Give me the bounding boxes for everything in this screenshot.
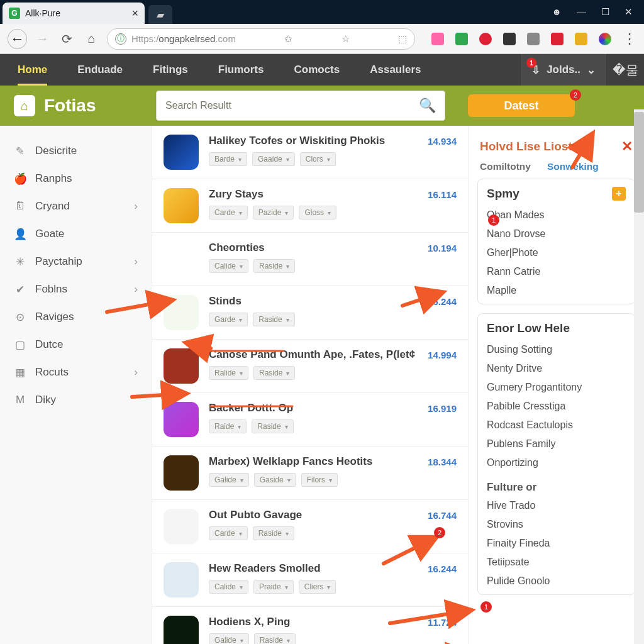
tag-dropdown[interactable]: Raside▾ [254, 633, 296, 644]
tag-dropdown[interactable]: Carde▾ [209, 206, 248, 219]
nav-item[interactable]: Fiumorts [218, 54, 264, 86]
close-tab-icon[interactable]: × [131, 7, 138, 20]
list-item[interactable]: Gher|Phote [487, 243, 626, 262]
ext-avatar-icon[interactable] [599, 33, 611, 45]
ext-icon[interactable] [503, 33, 516, 45]
list-item[interactable]: Gumery Progantitony [487, 378, 626, 397]
tag-dropdown[interactable]: Raside▾ [252, 419, 293, 433]
tag-dropdown[interactable]: Raide▾ [209, 419, 247, 433]
list-item[interactable]: Hive Trado [487, 496, 626, 515]
tag-dropdown[interactable]: Raside▾ [253, 259, 295, 273]
hero-home-icon[interactable]: ⌂ [14, 95, 35, 116]
sidebar-item[interactable]: 🍎Ranphs [0, 165, 152, 192]
list-item[interactable]: Onportizing [487, 453, 626, 472]
kebab-menu-icon[interactable]: ⋮ [623, 31, 636, 47]
sidebar-item[interactable]: MDiky [0, 386, 152, 414]
list-item[interactable]: Rann Catrie [487, 262, 626, 281]
ext-icon[interactable] [551, 33, 564, 45]
rightcol-tab[interactable]: Sonweking [547, 161, 599, 172]
app-row[interactable]: Canose Pand Omunth Ape, .Fates, P(let¢Ra… [152, 340, 468, 393]
sidebar-item[interactable]: ▦Rocuts› [0, 358, 152, 386]
bookmark-star-icon[interactable]: ✩ [284, 33, 292, 45]
tag-dropdown[interactable]: Garde▾ [209, 313, 248, 326]
app-row[interactable]: Marbex) Welklapp Fancs HeotitsGalide▾Gas… [152, 447, 468, 500]
app-row[interactable]: Hodiens X, PingGalide▾Raside▾ 11.724 [152, 607, 468, 644]
sidebar-item[interactable]: ✔Foblns› [0, 275, 152, 303]
ext-icon[interactable] [455, 33, 468, 45]
nav-item[interactable]: Comocts [294, 54, 340, 86]
home-button[interactable]: ⌂ [82, 30, 101, 48]
sidebar-item[interactable]: ✳Payctahip› [0, 248, 152, 275]
tag-dropdown[interactable]: Gloss▾ [299, 206, 336, 219]
nav-item[interactable]: Fitings [153, 54, 188, 86]
reload-button[interactable]: ⟳ [58, 30, 76, 48]
app-row[interactable]: CheorntiesCalide▾Raside▾ 10.194 [152, 233, 468, 286]
tag-dropdown[interactable]: Barde▾ [209, 152, 247, 166]
browser-tab[interactable]: G Allk·Pure × [3, 3, 145, 24]
qr-scan-button[interactable]: �물 [606, 62, 644, 79]
list-item[interactable]: Oban Mades [487, 206, 626, 225]
ext-icon[interactable] [575, 33, 587, 45]
minimize-icon[interactable]: ― [577, 6, 586, 18]
tag-dropdown[interactable]: Clors▾ [300, 152, 336, 166]
tag-dropdown[interactable]: Galide▾ [209, 473, 249, 487]
tag-dropdown[interactable]: Galide▾ [209, 633, 249, 644]
search-input[interactable]: Search Resultt 🔍 [156, 91, 445, 121]
tag-dropdown[interactable]: Raside▾ [253, 313, 294, 326]
list-item[interactable]: Nano Drovse [487, 225, 626, 243]
feedback-icon[interactable]: ☻ [552, 6, 562, 18]
ext-icon[interactable] [431, 33, 444, 45]
list-item[interactable]: Finaity Fineda [487, 534, 626, 553]
ext-icon[interactable] [527, 33, 540, 45]
rightcol-tab[interactable]: Comiltotny [480, 161, 531, 172]
scrollbar-thumb[interactable] [634, 112, 644, 213]
scrollbar[interactable] [634, 109, 644, 644]
list-item[interactable]: Strovins [487, 515, 626, 534]
maximize-icon[interactable]: ☐ [601, 6, 609, 18]
tag-dropdown[interactable]: Cliers▾ [299, 580, 336, 594]
app-row[interactable]: Zury StaysCarde▾Pazide▾Gloss▾ 16.114 [152, 179, 468, 233]
list-item[interactable]: Pabible Cresstiga [487, 397, 626, 416]
app-row[interactable]: Halikey Tcofes or Wiskiting PhokisBarde▾… [152, 126, 468, 179]
add-button[interactable]: + [612, 187, 626, 201]
list-item[interactable]: Publens Family [487, 435, 626, 453]
tag-dropdown[interactable]: Raside▾ [253, 526, 294, 540]
downloads-button[interactable]: ⇩ Jolds.. ⌄ 1 [521, 54, 606, 86]
bookmark-star2-icon[interactable]: ☆ [341, 33, 350, 45]
close-panel-icon[interactable]: ✕ [621, 138, 633, 155]
app-row[interactable]: Backer Dottt. OpRaide▾Raside▾ 16.919 [152, 393, 468, 447]
tag-dropdown[interactable]: Gaaide▾ [252, 152, 295, 166]
list-item[interactable]: Maplle [487, 281, 626, 300]
list-item[interactable]: Tetiipsate [487, 553, 626, 572]
sidebar-item[interactable]: ▢Dutce [0, 331, 152, 358]
tag-dropdown[interactable]: Carde▾ [209, 526, 248, 540]
tag-dropdown[interactable]: Calide▾ [209, 580, 248, 594]
sidebar-item[interactable]: ⊙Raviges [0, 303, 152, 331]
app-row[interactable]: StindsGarde▾Raside▾ 16.244 [152, 286, 468, 340]
app-row[interactable]: Hew Readers SmolledCalide▾Praide▾Cliers▾… [152, 553, 468, 607]
search-icon[interactable]: 🔍 [419, 97, 436, 114]
tag-dropdown[interactable]: Gaside▾ [254, 473, 296, 487]
list-item[interactable]: Nenty Dritve [487, 359, 626, 378]
app-row[interactable]: Out Pubto GavageCarde▾Raside▾ 16.744 [152, 500, 468, 553]
tag-dropdown[interactable]: Filors▾ [301, 473, 338, 487]
new-tab-button[interactable]: ▰ [148, 5, 172, 24]
reader-icon[interactable]: ⬚ [398, 33, 407, 45]
close-window-icon[interactable]: ✕ [625, 6, 633, 18]
tag-dropdown[interactable]: Praide▾ [253, 580, 294, 594]
ext-icon[interactable] [479, 33, 492, 45]
sidebar-item[interactable]: ✎Desicrite [0, 137, 152, 165]
list-item[interactable]: Pulide Gnoolo [487, 572, 626, 591]
sidebar-item[interactable]: 👤Goate [0, 220, 152, 248]
tag-dropdown[interactable]: Calide▾ [209, 259, 248, 273]
nav-home[interactable]: Home [18, 54, 47, 86]
tag-dropdown[interactable]: Raside▾ [253, 366, 295, 380]
back-button[interactable]: ← [8, 29, 27, 49]
tag-dropdown[interactable]: Pazide▾ [253, 206, 294, 219]
nav-item[interactable]: Enduade [77, 54, 123, 86]
tag-dropdown[interactable]: Ralide▾ [209, 366, 248, 380]
latest-button[interactable]: Datest [468, 94, 575, 117]
sidebar-item[interactable]: 🗓Cryand› [0, 192, 152, 220]
address-bar[interactable]: ⓘ Https:/ongapkelrsed.com ✩ ☆ ⬚ [107, 28, 415, 50]
list-item[interactable]: Dusing Sotting [487, 340, 626, 359]
